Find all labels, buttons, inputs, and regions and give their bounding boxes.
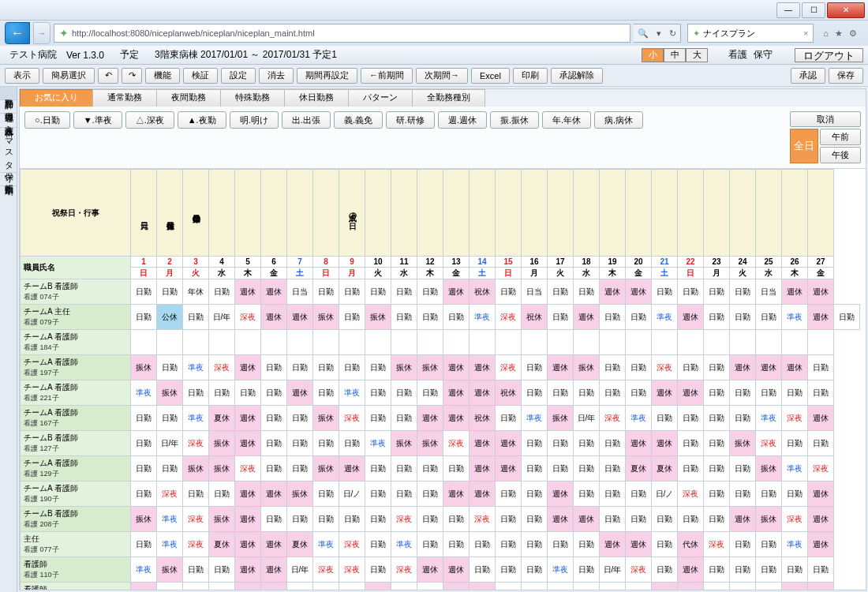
dropdown-icon: ▾ (657, 28, 661, 39)
back-button[interactable]: ← (5, 22, 30, 44)
globe-icon: ✦ (59, 27, 69, 39)
address-bar[interactable]: ✦ (54, 24, 630, 43)
browser-tab[interactable]: ✦ ナイスプラン × (687, 24, 814, 43)
search-refresh-box[interactable]: 🔍 ▾ ↻ (634, 24, 681, 43)
tab-close-icon[interactable]: × (803, 28, 808, 38)
close-button[interactable]: ✕ (827, 2, 865, 18)
refresh-icon: ↻ (669, 28, 676, 39)
home-icon[interactable]: ⌂ (823, 28, 829, 39)
app-header: テスト病院 Ver 1.3.0 予定 3階東病棟 2017/01/01 ～ 20… (0, 46, 868, 47)
url-input[interactable] (72, 28, 625, 38)
search-icon: 🔍 (638, 28, 649, 39)
favicon-icon: ✦ (693, 28, 700, 39)
favorites-icon[interactable]: ★ (835, 28, 843, 39)
maximize-button[interactable]: ☐ (802, 2, 825, 18)
tab-title: ナイスプラン (703, 28, 755, 39)
forward-button[interactable]: → (33, 22, 51, 44)
window-titlebar: — ☐ ✕ (0, 0, 868, 21)
gear-icon[interactable]: ⚙ (849, 28, 857, 39)
minimize-button[interactable]: — (776, 2, 800, 18)
